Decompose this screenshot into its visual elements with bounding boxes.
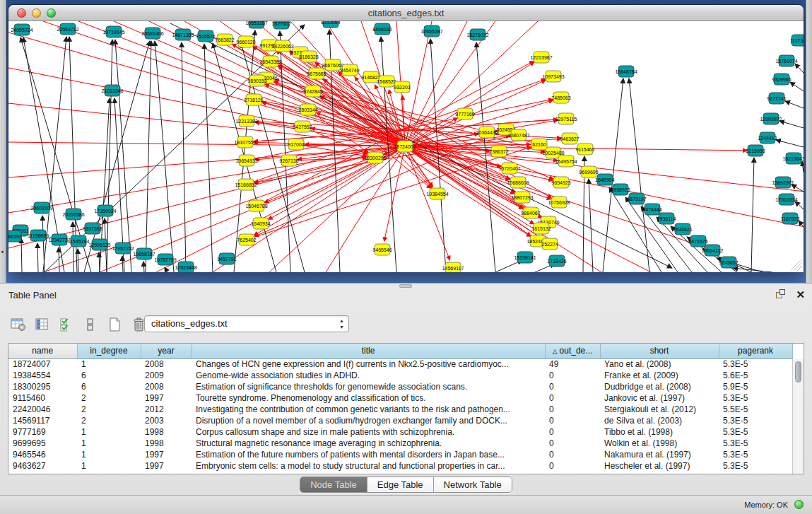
network-window-titlebar[interactable]: citations_edges.txt bbox=[8, 5, 804, 21]
network-node[interactable]: 7663822 bbox=[215, 34, 234, 45]
network-node[interactable]: 10756928 bbox=[548, 197, 570, 208]
network-node[interactable]: 5675685 bbox=[307, 68, 326, 79]
table-row[interactable]: 1872400712008Changes of HCN gene express… bbox=[8, 358, 792, 370]
network-node[interactable]: 10654933 bbox=[235, 155, 257, 166]
network-node[interactable]: 18300295 bbox=[364, 152, 386, 163]
network-node[interactable]: 12213967 bbox=[530, 52, 552, 63]
float-window-icon[interactable] bbox=[776, 289, 787, 300]
network-node[interactable]: 17957252 bbox=[112, 243, 134, 254]
network-node[interactable]: 62160 bbox=[531, 139, 547, 150]
network-node[interactable]: 16210643 bbox=[782, 153, 804, 164]
network-node[interactable]: 19958187 bbox=[133, 248, 155, 259]
table-row[interactable]: 969969511998Structural magnetic resonanc… bbox=[8, 438, 792, 449]
close-icon[interactable]: ✕ bbox=[796, 289, 805, 300]
network-node[interactable]: 10553287 bbox=[245, 21, 267, 28]
table-scrollbar[interactable] bbox=[792, 359, 804, 474]
network-node[interactable]: 20603109 bbox=[30, 202, 52, 214]
network-node[interactable]: 8313054 bbox=[321, 21, 340, 28]
network-node[interactable]: 1167533 bbox=[781, 213, 800, 224]
network-node[interactable]: 15692971 bbox=[772, 177, 794, 188]
network-node[interactable]: 12093872 bbox=[760, 113, 782, 124]
network-node[interactable]: 17016534 bbox=[775, 194, 797, 205]
table-row[interactable]: 2242004622012Investigating the contribut… bbox=[8, 404, 792, 415]
table-row[interactable]: 1456911722003Disruption of a novel membe… bbox=[8, 415, 792, 426]
network-node[interactable]: 18807293 bbox=[511, 192, 533, 203]
network-node[interactable]: 917004 bbox=[288, 139, 304, 150]
table-row[interactable]: 911546021997Tourette syndrome. Phenomeno… bbox=[8, 392, 792, 404]
network-node[interactable]: 14569117 bbox=[442, 262, 464, 272]
network-node[interactable]: 2935114 bbox=[657, 213, 676, 224]
network-node[interactable]: 1527602 bbox=[271, 21, 290, 29]
network-node[interactable]: 16543382 bbox=[259, 56, 281, 67]
network-node[interactable]: 9699695 bbox=[579, 166, 598, 177]
network-node[interactable]: 9457791 bbox=[217, 253, 236, 264]
network-node[interactable]: 11545194 bbox=[68, 235, 90, 247]
splitter-handle[interactable] bbox=[399, 284, 412, 288]
network-node[interactable]: 6879197 bbox=[627, 193, 646, 204]
network-node[interactable]: 9660128 bbox=[236, 36, 255, 47]
network-node[interactable]: 16648784 bbox=[615, 66, 637, 77]
network-node[interactable]: 11156889 bbox=[28, 230, 49, 241]
network-node[interactable]: 15166852 bbox=[235, 179, 257, 190]
network-node[interactable]: 15276022 bbox=[466, 29, 488, 40]
network-node[interactable]: 7485063 bbox=[551, 92, 570, 103]
network-node[interactable]: 10688609 bbox=[507, 177, 529, 188]
network-node[interactable]: 8958923 bbox=[611, 184, 630, 195]
table-row[interactable]: 946554611997Estimation of the future num… bbox=[8, 449, 792, 460]
network-node[interactable]: 1640934 bbox=[251, 218, 270, 229]
network-node[interactable]: 2803144 bbox=[298, 104, 317, 115]
network-canvas[interactable]: 2405572420553712107191452069140614671355… bbox=[8, 21, 804, 272]
network-node[interactable]: 9245652 bbox=[719, 257, 738, 268]
network-node[interactable]: 9267130 bbox=[279, 155, 298, 166]
network-node[interactable]: 252274 bbox=[541, 238, 558, 250]
table-settings-button[interactable] bbox=[10, 316, 27, 333]
table-row[interactable]: 1830029562008Estimation of significance … bbox=[8, 381, 792, 392]
network-node[interactable]: 10719145 bbox=[102, 26, 124, 37]
column-header-name[interactable]: name bbox=[8, 344, 77, 358]
network-node[interactable]: 15720407 bbox=[498, 163, 520, 174]
left-panel-collapsed-strip[interactable]: ◂ bbox=[0, 0, 6, 283]
network-node[interactable]: 12923448 bbox=[175, 262, 196, 272]
network-node[interactable]: 8454749 bbox=[340, 64, 359, 76]
network-node[interactable]: 15046788 bbox=[245, 200, 267, 211]
network-node[interactable]: 8466160 bbox=[372, 23, 392, 35]
network-node[interactable]: 10654112 bbox=[702, 245, 724, 256]
network-node[interactable]: 19384554 bbox=[426, 188, 448, 199]
column-header-year[interactable]: year bbox=[141, 344, 192, 358]
tab-network-table[interactable]: Network Table bbox=[434, 477, 512, 492]
network-node[interactable]: 1640954 bbox=[595, 174, 614, 185]
network-node[interactable]: 24055724 bbox=[11, 24, 33, 35]
network-node[interactable]: 12975115 bbox=[555, 113, 577, 124]
network-node[interactable]: 9227341 bbox=[767, 93, 786, 104]
network-node[interactable]: 16782759 bbox=[154, 254, 176, 265]
table-selector-dropdown[interactable]: citations_edges.txt ▲▼ bbox=[144, 315, 349, 332]
network-node[interactable]: 9474444 bbox=[642, 204, 661, 215]
network-node[interactable]: 18724007 bbox=[394, 141, 416, 152]
network-node[interactable]: 20691406 bbox=[141, 28, 163, 39]
network-node[interactable]: 9654923 bbox=[551, 177, 570, 188]
column-header-short[interactable]: short bbox=[600, 344, 719, 358]
table-row[interactable]: 946362711997Embryonic stem cells: a mode… bbox=[8, 460, 792, 472]
column-header-out_degree[interactable]: △out_de... bbox=[545, 344, 600, 358]
table-row[interactable]: 977716911998Corpus callosum shape and si… bbox=[8, 426, 792, 438]
network-node[interactable]: 1117349 bbox=[790, 35, 804, 46]
network-node[interactable]: 12505135 bbox=[88, 239, 110, 250]
network-node[interactable]: 12213383 bbox=[235, 115, 257, 127]
network-node[interactable]: 20206586 bbox=[62, 209, 84, 220]
column-header-title[interactable]: title bbox=[192, 344, 545, 358]
network-node[interactable]: 7625402 bbox=[237, 234, 256, 245]
network-node[interactable]: 932203 bbox=[394, 81, 410, 93]
network-node[interactable]: 8427552 bbox=[293, 121, 312, 132]
network-node[interactable]: 7632621 bbox=[673, 223, 692, 235]
network-node[interactable]: 9397588 bbox=[83, 223, 102, 234]
network-node[interactable]: 21053346 bbox=[101, 85, 123, 96]
network-node[interactable]: 7386372 bbox=[489, 146, 508, 157]
network-node[interactable]: 20553712 bbox=[57, 23, 78, 35]
network-node[interactable]: 9777169 bbox=[455, 108, 474, 119]
resize-grip-icon[interactable] bbox=[791, 259, 802, 271]
network-node[interactable]: 15751074 bbox=[775, 55, 797, 66]
network-node[interactable]: 8471676 bbox=[688, 235, 707, 247]
network-node[interactable]: 391593 bbox=[8, 230, 22, 242]
network-node[interactable]: 9884067 bbox=[521, 207, 540, 218]
network-node[interactable]: 9242845 bbox=[303, 86, 322, 97]
